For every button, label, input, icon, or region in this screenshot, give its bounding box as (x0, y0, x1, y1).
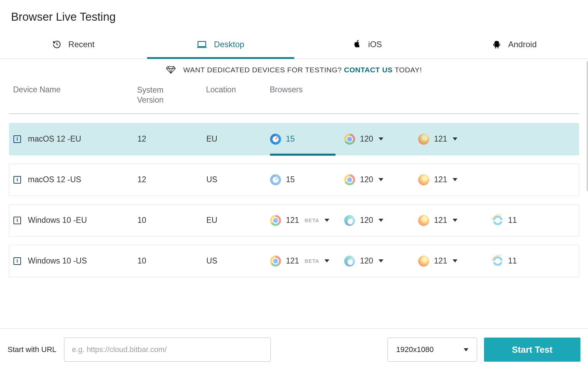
device-name-cell: iWindows 10 -EU (13, 216, 137, 225)
tab-android[interactable]: Android (441, 32, 588, 59)
chevron-down-icon (324, 259, 329, 262)
info-icon[interactable]: i (13, 217, 21, 224)
table-row[interactable]: imacOS 12 -EU12EU15120121 (9, 123, 579, 155)
browser-option-edge[interactable]: 120 (344, 254, 415, 269)
chevron-down-icon (453, 178, 457, 181)
browser-version: 11 (508, 216, 517, 225)
scrollbar[interactable] (587, 61, 588, 295)
page-title: Browser Live Testing (0, 0, 588, 32)
browser-option-firefox[interactable]: 121 (418, 213, 489, 228)
tab-ios[interactable]: iOS (294, 32, 441, 59)
tab-recent[interactable]: Recent (0, 32, 147, 59)
url-label: Start with URL (8, 345, 56, 354)
start-test-button[interactable]: Start Test (484, 338, 580, 362)
promo-banner: WANT DEDICATED DEVICES FOR TESTING? CONT… (0, 59, 588, 85)
browser-version: 121 (434, 134, 447, 144)
browser-option-chrome[interactable]: 120 (344, 172, 415, 187)
browser-version: 121 (434, 216, 447, 225)
browsers-cell: 121BETA12012111 (270, 213, 575, 228)
location: US (206, 256, 270, 266)
chevron-down-icon (453, 137, 457, 141)
diamond-icon (166, 66, 176, 74)
browser-version: 120 (360, 216, 373, 225)
system-version: 12 (137, 175, 206, 184)
history-icon (52, 40, 61, 49)
location: US (206, 175, 270, 184)
safari-icon (270, 134, 281, 145)
banner-text: WANT DEDICATED DEVICES FOR TESTING? CONT… (183, 66, 422, 74)
platform-tabs: Recent Desktop iOS Android (0, 32, 588, 59)
edge-icon (344, 215, 355, 226)
chevron-down-icon (453, 259, 457, 262)
table-row[interactable]: iWindows 10 -US10US121BETA12012111 (9, 245, 579, 277)
browser-version: 15 (286, 175, 295, 184)
tab-desktop[interactable]: Desktop (147, 32, 294, 59)
table-row[interactable]: iWindows 10 -EU10EU121BETA12012111 (9, 204, 579, 237)
browser-version: 120 (360, 175, 373, 184)
col-device-name: Device Name (13, 85, 137, 105)
browser-version: 121 (286, 256, 299, 266)
table-header: Device Name System Version Location Brow… (9, 85, 579, 114)
android-icon (492, 40, 501, 49)
browsers-cell: 15120121 (270, 172, 575, 187)
browser-version: 120 (360, 134, 373, 144)
system-version: 12 (137, 134, 206, 144)
svg-rect-5 (495, 47, 496, 49)
browser-version: 120 (360, 256, 373, 266)
chevron-down-icon (379, 259, 383, 262)
chevron-down-icon (324, 219, 329, 222)
browser-option-safari[interactable]: 15 (270, 132, 341, 147)
chrome-icon (344, 134, 355, 145)
device-name-cell: iWindows 10 -US (13, 256, 137, 266)
browser-version: 15 (286, 134, 295, 144)
firefox-icon (418, 134, 429, 145)
ie-icon (492, 256, 503, 267)
device-name: macOS 12 -US (28, 175, 81, 184)
browser-version: 121 (286, 216, 299, 225)
chevron-down-icon (453, 219, 457, 222)
browser-option-chrome[interactable]: 121BETA (270, 213, 341, 228)
url-input[interactable] (64, 338, 271, 362)
firefox-icon (418, 174, 429, 185)
contact-us-link[interactable]: CONTACT US (344, 66, 393, 74)
location: EU (206, 216, 270, 225)
device-name-cell: imacOS 12 -US (13, 175, 137, 184)
device-name: macOS 12 -EU (28, 134, 81, 144)
browser-option-firefox[interactable]: 121 (418, 172, 489, 187)
browser-option-ie[interactable]: 11 (492, 254, 563, 269)
resolution-value: 1920x1080 (396, 345, 434, 354)
svg-rect-2 (495, 44, 499, 47)
browser-version: 121 (434, 256, 447, 266)
browser-option-firefox[interactable]: 121 (418, 254, 489, 269)
edge-icon (344, 256, 355, 267)
footer-bar: Start with URL 1920x1080 Start Test (0, 328, 588, 372)
browser-version: 121 (434, 175, 447, 184)
svg-rect-0 (198, 41, 206, 46)
system-version: 10 (137, 216, 206, 225)
col-browsers: Browsers (270, 85, 575, 105)
info-icon[interactable]: i (13, 176, 21, 184)
resolution-select[interactable]: 1920x1080 (388, 338, 477, 362)
svg-marker-7 (166, 66, 175, 73)
col-system-version: System Version (137, 85, 206, 105)
info-icon[interactable]: i (13, 257, 21, 265)
svg-rect-4 (499, 44, 500, 46)
info-icon[interactable]: i (13, 135, 21, 143)
beta-badge: BETA (305, 258, 319, 264)
chevron-down-icon (379, 137, 383, 141)
chevron-down-icon (379, 178, 383, 181)
safari-icon (270, 174, 281, 185)
browser-option-firefox[interactable]: 121 (418, 132, 489, 147)
table-row[interactable]: imacOS 12 -US12US15120121 (9, 164, 579, 196)
apple-icon (353, 40, 361, 49)
tab-label: Desktop (214, 40, 244, 49)
browser-option-safari[interactable]: 15 (270, 172, 341, 187)
browser-option-chrome[interactable]: 120 (344, 132, 415, 147)
browser-option-edge[interactable]: 120 (344, 213, 415, 228)
browsers-cell: 121BETA12012111 (270, 254, 575, 269)
browser-option-chrome[interactable]: 121BETA (270, 254, 341, 269)
svg-rect-3 (494, 44, 494, 46)
laptop-icon (197, 39, 207, 50)
browser-option-ie[interactable]: 11 (492, 213, 563, 228)
browser-version: 11 (508, 256, 517, 266)
